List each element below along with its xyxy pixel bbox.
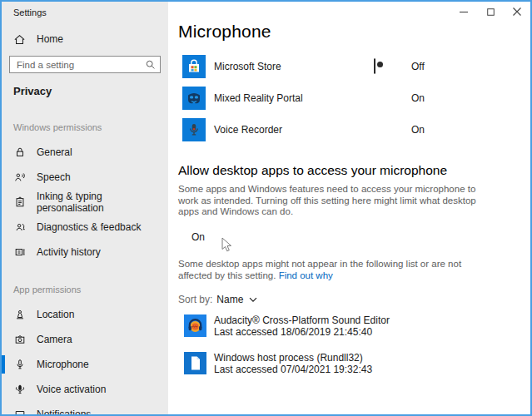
sidebar-item-label: Camera	[37, 334, 72, 345]
clipboard-icon	[13, 196, 26, 209]
search-input[interactable]	[17, 60, 145, 70]
camera-icon	[13, 334, 26, 346]
app-row-audacity: Audacity® Cross-Platform Sound Editor La…	[178, 314, 530, 338]
sidebar-item-home[interactable]: Home	[2, 29, 168, 49]
last-accessed: Last accessed 07/04/2021 19:32:43	[214, 364, 372, 375]
search-icon[interactable]	[145, 59, 156, 70]
sidebar-item-label: Home	[37, 33, 63, 45]
app-row-voice-recorder: Voice Recorder On	[178, 118, 530, 141]
app-name: Audacity® Cross-Platform Sound Editor	[214, 314, 390, 326]
app-name: Voice Recorder	[214, 124, 282, 136]
window-controls	[450, 2, 530, 22]
sidebar: Settings Home Privacy Windows permission…	[2, 2, 168, 414]
desktop-apps-heading: Allow desktop apps to access your microp…	[178, 163, 530, 178]
sidebar-item-label: Notifications	[37, 409, 91, 414]
notifications-icon	[13, 409, 26, 415]
sidebar-item-location[interactable]: Location	[2, 302, 168, 327]
sort-by-label: Sort by:	[178, 294, 212, 305]
mixed-reality-app-icon	[182, 87, 206, 110]
minimize-icon	[460, 6, 468, 18]
close-icon	[513, 6, 521, 18]
page-title: Microphone	[178, 22, 530, 42]
minimize-button[interactable]	[450, 2, 477, 22]
toggle-state-label: On	[191, 231, 205, 243]
desktop-apps-note: Some desktop apps might not appear in th…	[178, 258, 465, 281]
maximize-button[interactable]	[477, 2, 504, 22]
search-box[interactable]	[9, 56, 161, 73]
main-content: Microphone Microsoft Store Off	[168, 22, 530, 375]
last-accessed: Last accessed 18/06/2019 21:45:40	[214, 326, 390, 338]
sidebar-item-camera[interactable]: Camera	[2, 327, 168, 352]
sidebar-group-app-permissions: App permissions	[13, 285, 168, 295]
sidebar-item-notifications[interactable]: Notifications	[2, 402, 168, 414]
windows-host-app-icon	[184, 352, 206, 374]
activity-history-icon	[13, 246, 26, 259]
store-app-icon	[182, 55, 206, 78]
settings-window: Settings Home Privacy Windows permission…	[0, 0, 532, 416]
find-out-why-link[interactable]: Find out why	[279, 270, 333, 280]
desktop-apps-description: Some apps and Windows features need to a…	[178, 184, 486, 218]
sort-row: Sort by: Name	[178, 294, 530, 306]
sidebar-item-label: Voice activation	[37, 384, 106, 395]
sort-value[interactable]: Name	[216, 294, 243, 305]
sidebar-item-microphone[interactable]: Microphone	[2, 352, 168, 377]
toggle-state-label: Off	[411, 61, 425, 72]
sidebar-item-general[interactable]: General	[2, 140, 168, 165]
sidebar-item-label: Inking & typing personalisation	[37, 191, 168, 214]
app-row-microsoft-store: Microsoft Store Off	[178, 55, 530, 78]
store-app-list: Microsoft Store Off Mixed Reality Portal…	[178, 55, 530, 141]
voice-activation-icon	[13, 384, 26, 396]
feedback-person-icon	[13, 221, 26, 234]
microsoft-store-toggle[interactable]	[374, 59, 375, 74]
window-title: Settings	[2, 2, 168, 17]
sidebar-item-label: Speech	[37, 171, 71, 183]
close-button[interactable]	[504, 2, 530, 22]
sidebar-item-voice-activation[interactable]: Voice activation	[2, 377, 168, 402]
desktop-apps-toggle-row: On	[181, 231, 530, 244]
sidebar-item-label: Location	[37, 309, 74, 320]
sidebar-item-diagnostics-feedback[interactable]: Diagnostics & feedback	[2, 215, 168, 240]
microphone-icon	[13, 359, 26, 371]
app-row-windows-host-process: Windows host process (Rundll32) Last acc…	[178, 352, 530, 375]
app-name: Windows host process (Rundll32)	[214, 352, 372, 364]
sidebar-item-inking-typing[interactable]: Inking & typing personalisation	[2, 190, 168, 215]
sidebar-section-title: Privacy	[13, 85, 168, 97]
chevron-down-icon[interactable]	[249, 297, 257, 303]
sidebar-item-label: Diagnostics & feedback	[37, 221, 141, 233]
sidebar-item-label: Microphone	[37, 359, 89, 370]
sidebar-item-label: Activity history	[37, 246, 101, 258]
sidebar-group-windows-permissions: Windows permissions	[13, 122, 168, 132]
lock-icon	[13, 146, 26, 159]
app-name: Microsoft Store	[214, 61, 281, 72]
main-panel: Microphone Microsoft Store Off	[168, 2, 530, 414]
home-icon	[13, 33, 26, 46]
app-row-mixed-reality-portal: Mixed Reality Portal On	[178, 87, 530, 110]
desktop-app-list: Audacity® Cross-Platform Sound Editor La…	[178, 314, 530, 375]
sidebar-item-activity-history[interactable]: Activity history	[2, 240, 168, 265]
location-icon	[13, 309, 26, 321]
app-name: Mixed Reality Portal	[214, 92, 303, 104]
sidebar-item-label: General	[37, 146, 72, 158]
toggle-state-label: On	[411, 124, 425, 136]
maximize-icon	[487, 6, 495, 18]
sidebar-item-speech[interactable]: Speech	[2, 165, 168, 190]
voice-recorder-app-icon	[182, 118, 206, 141]
speech-icon	[13, 171, 26, 184]
audacity-app-icon	[184, 314, 206, 337]
toggle-state-label: On	[411, 92, 425, 104]
